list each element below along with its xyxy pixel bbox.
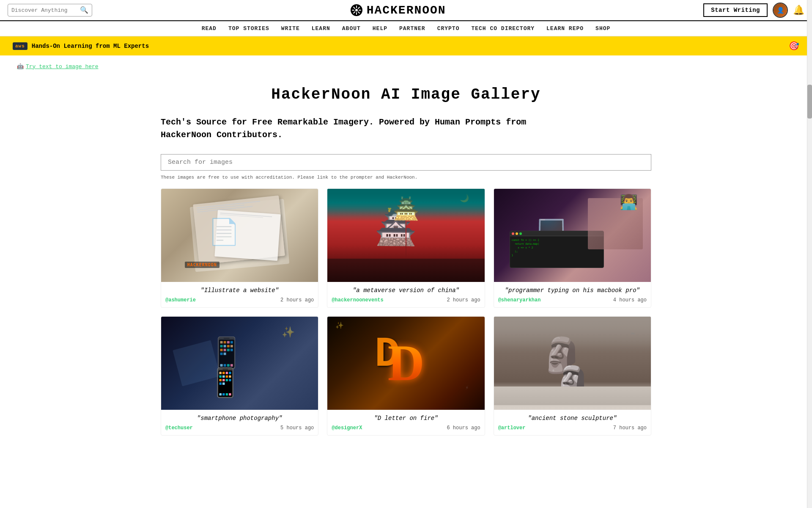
page-subtitle: Tech's Source for Free Remarkable Imager… xyxy=(161,116,541,141)
page-title: HackerNoon AI Image Gallery xyxy=(161,86,651,103)
nav-learn-repo[interactable]: LEARN REPO xyxy=(546,25,584,32)
image-meta: @ashumerie 2 hours ago xyxy=(165,297,314,303)
image-caption: "D letter on fire" xyxy=(332,415,480,422)
image-search-input[interactable] xyxy=(161,154,651,171)
top-right-controls: Start Writing 👤 🔔 xyxy=(703,3,804,18)
image-meta: @hackernoonevents 2 hours ago xyxy=(332,297,480,303)
image-thumbnail: 🏯 🌙 xyxy=(327,189,484,282)
banner-text: Hands-On Learning from ML Experts xyxy=(32,43,149,50)
logo-text: HACKERNOON xyxy=(367,4,446,17)
avatar[interactable]: 👤 xyxy=(773,3,788,18)
robot-icon: 🤖 xyxy=(17,63,24,70)
image-author[interactable]: @shenaryarkhan xyxy=(498,297,541,303)
promo-banner[interactable]: aws Hands-On Learning from ML Experts 🎯 xyxy=(0,36,812,55)
image-grid: HACKERNOON "Illustrate a website" @ashum… xyxy=(161,188,651,436)
nav-write[interactable]: WRITE xyxy=(281,25,300,32)
image-time: 2 hours ago xyxy=(447,297,480,303)
search-icon: 🔍 xyxy=(80,6,88,14)
image-card-info: "ancient stone sculpture" @artlover 7 ho… xyxy=(494,410,651,435)
image-card-info: "smartphone photography" @techuser 5 hou… xyxy=(161,410,318,435)
image-time: 6 hours ago xyxy=(447,425,480,431)
image-caption: "programmer typing on his macbook pro" xyxy=(498,287,647,294)
aws-badge: aws xyxy=(13,42,27,50)
try-text-to-image-link[interactable]: 🤖 Try text to image here xyxy=(8,59,804,74)
top-bar: 🔍 HACKERNOON Start Writing 👤 🔔 xyxy=(0,0,812,21)
image-card-info: "a metaverse version of china" @hackerno… xyxy=(327,282,484,307)
image-author[interactable]: @techuser xyxy=(165,425,193,431)
image-card[interactable]: 🏯 🌙 "a metaverse version of china" @hack… xyxy=(327,188,485,308)
svg-point-1 xyxy=(355,9,358,11)
scrollbar-track[interactable] xyxy=(807,0,812,448)
image-card[interactable]: HACKERNOON "Illustrate a website" @ashum… xyxy=(161,188,318,308)
image-time: 2 hours ago xyxy=(280,297,314,303)
image-thumbnail: const fn = () => { return data.map( x =>… xyxy=(494,189,651,282)
image-meta: @techuser 5 hours ago xyxy=(165,425,314,431)
image-card[interactable]: D ✨ ⚡ "D letter on fire" @designerX 6 ho… xyxy=(327,316,485,436)
image-author[interactable]: @artlover xyxy=(498,425,526,431)
image-author[interactable]: @designerX xyxy=(332,425,362,431)
nav-crypto[interactable]: CRYPTO xyxy=(437,25,460,32)
image-author[interactable]: @ashumerie xyxy=(165,297,196,303)
logo: HACKERNOON xyxy=(350,3,446,17)
banner-icon: 🎯 xyxy=(789,41,799,51)
image-time: 5 hours ago xyxy=(280,425,314,431)
nav-read[interactable]: READ xyxy=(202,25,217,32)
nav-help[interactable]: HELP xyxy=(373,25,387,32)
search-box[interactable]: 🔍 xyxy=(8,4,92,17)
main-nav: READ TOP STORIES WRITE LEARN ABOUT HELP … xyxy=(0,21,812,36)
start-writing-button[interactable]: Start Writing xyxy=(703,3,768,17)
try-link-container: 🤖 Try text to image here xyxy=(0,55,812,77)
notification-bell-icon[interactable]: 🔔 xyxy=(793,5,804,16)
search-input[interactable] xyxy=(11,7,77,14)
image-card-info: "programmer typing on his macbook pro" @… xyxy=(494,282,651,307)
image-time: 7 hours ago xyxy=(613,425,647,431)
image-card[interactable]: 📱 ✨ "smartphone photography" @techuser 5… xyxy=(161,316,318,436)
image-card-info: "Illustrate a website" @ashumerie 2 hour… xyxy=(161,282,318,307)
image-card[interactable]: 🗿 ☁️ "ancient stone sculpture" @artlover… xyxy=(494,316,651,436)
image-meta: @artlover 7 hours ago xyxy=(498,425,647,431)
nav-learn[interactable]: LEARN xyxy=(312,25,330,32)
nav-tech-co-directory[interactable]: TECH CO DIRECTORY xyxy=(471,25,535,32)
nav-top-stories[interactable]: TOP STORIES xyxy=(228,25,269,32)
scrollbar-thumb[interactable] xyxy=(807,85,812,119)
image-thumbnail: 📱 ✨ xyxy=(161,317,318,410)
banner-content: aws Hands-On Learning from ML Experts xyxy=(13,42,149,50)
logo-icon xyxy=(350,3,363,17)
page-content: HackerNoon AI Image Gallery Tech's Sourc… xyxy=(152,86,660,436)
image-meta: @shenaryarkhan 4 hours ago xyxy=(498,297,647,303)
image-card[interactable]: const fn = () => { return data.map( x =>… xyxy=(494,188,651,308)
image-caption: "a metaverse version of china" xyxy=(332,287,480,294)
image-time: 4 hours ago xyxy=(613,297,647,303)
image-card-info: "D letter on fire" @designerX 6 hours ag… xyxy=(327,410,484,435)
image-author[interactable]: @hackernoonevents xyxy=(332,297,383,303)
try-link-label: Try text to image here xyxy=(26,64,99,70)
image-meta: @designerX 6 hours ago xyxy=(332,425,480,431)
image-caption: "Illustrate a website" xyxy=(165,287,314,294)
nav-about[interactable]: ABOUT xyxy=(342,25,361,32)
image-thumbnail: 🗿 ☁️ xyxy=(494,317,651,410)
disclaimer-text: These images are free to use with accred… xyxy=(161,175,651,180)
nav-partner[interactable]: PARTNER xyxy=(399,25,425,32)
nav-shop[interactable]: SHOP xyxy=(595,25,610,32)
image-thumbnail: HACKERNOON xyxy=(161,189,318,282)
image-thumbnail: D ✨ ⚡ xyxy=(327,317,484,410)
image-caption: "ancient stone sculpture" xyxy=(498,415,647,422)
image-caption: "smartphone photography" xyxy=(165,415,314,422)
